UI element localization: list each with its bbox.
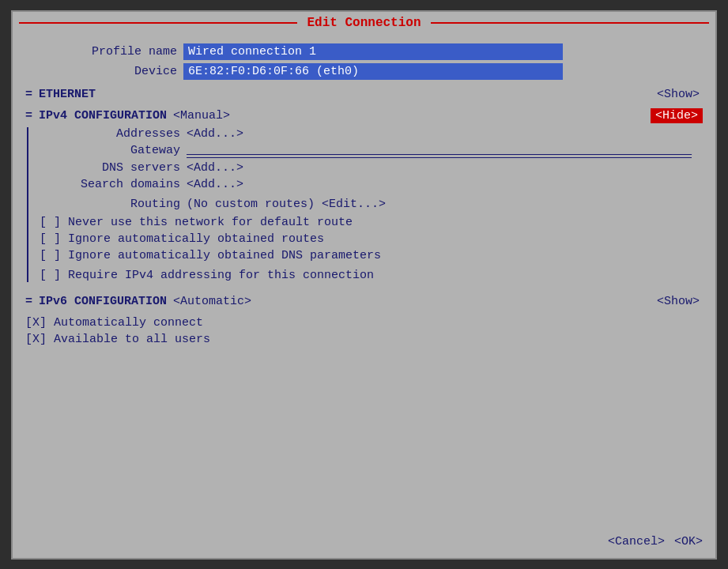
title-bar-line-left — [19, 22, 297, 24]
search-domains-value[interactable]: <Add...> — [187, 178, 243, 191]
device-row: Device 6E:82:F0:D6:0F:66 (eth0) — [25, 63, 703, 80]
title-bar: Edit Connection — [13, 12, 715, 34]
device-value[interactable]: 6E:82:F0:D6:0F:66 (eth0) — [183, 63, 563, 80]
ipv4-eq: = — [25, 109, 32, 122]
gateway-input[interactable] — [187, 144, 692, 158]
ipv4-details: Addresses <Add...> Gateway DNS servers <… — [27, 127, 703, 282]
ipv6-title: IPv6 CONFIGURATION — [39, 295, 167, 308]
bottom-actions: <Cancel> <OK> — [608, 535, 703, 548]
routing-label: Routing — [38, 198, 187, 211]
ethernet-eq: = — [25, 88, 32, 101]
dns-value[interactable]: <Add...> — [187, 161, 243, 175]
profile-name-value[interactable]: Wired connection 1 — [183, 43, 563, 60]
search-domains-label: Search domains — [38, 178, 187, 191]
profile-name-row: Profile name Wired connection 1 — [25, 43, 703, 60]
ipv6-mode[interactable]: <Automatic> — [173, 295, 251, 308]
addresses-row: Addresses <Add...> — [38, 127, 703, 141]
checkbox-never-default-route[interactable]: [ ] Never use this network for default r… — [38, 216, 703, 229]
title-bar-line-right — [431, 22, 709, 24]
edit-connection-window: Edit Connection Profile name Wired conne… — [11, 10, 717, 560]
search-domains-row: Search domains <Add...> — [38, 178, 703, 191]
ipv6-eq: = — [25, 295, 32, 308]
content-area: Profile name Wired connection 1 Device 6… — [13, 34, 715, 558]
ipv6-show-button[interactable]: <Show> — [654, 294, 703, 309]
gateway-label: Gateway — [38, 144, 187, 157]
ipv4-mode[interactable]: <Manual> — [173, 109, 230, 122]
ipv4-title: IPv4 CONFIGURATION — [39, 109, 167, 122]
dns-row: DNS servers <Add...> — [38, 161, 703, 175]
device-label: Device — [25, 65, 183, 78]
ipv6-section-header: = IPv6 CONFIGURATION <Automatic> <Show> — [25, 295, 703, 308]
checkbox-ignore-dns[interactable]: [ ] Ignore automatically obtained DNS pa… — [38, 249, 703, 262]
ethernet-show-button[interactable]: <Show> — [654, 87, 703, 102]
addresses-value[interactable]: <Add...> — [187, 127, 243, 141]
all-users-checkbox[interactable]: [X] Available to all users — [25, 333, 703, 346]
gateway-row: Gateway — [38, 144, 703, 158]
routing-row: Routing (No custom routes) <Edit...> — [38, 194, 703, 211]
routing-value[interactable]: (No custom routes) <Edit...> — [187, 198, 386, 211]
checkbox-ignore-routes[interactable]: [ ] Ignore automatically obtained routes — [38, 232, 703, 246]
addresses-label: Addresses — [38, 127, 187, 141]
ipv4-hide-button[interactable]: <Hide> — [651, 108, 703, 123]
auto-connect-section: [X] Automatically connect [X] Available … — [25, 316, 703, 346]
auto-connect-checkbox[interactable]: [X] Automatically connect — [25, 316, 703, 330]
profile-name-label: Profile name — [25, 45, 183, 58]
ok-button[interactable]: <OK> — [674, 535, 703, 548]
ipv4-section-header: = IPv4 CONFIGURATION <Manual> <Hide> — [25, 109, 703, 122]
ethernet-section-header: = ETHERNET <Show> — [25, 88, 703, 101]
dns-label: DNS servers — [38, 161, 187, 175]
checkbox-require-ipv4[interactable]: [ ] Require IPv4 addressing for this con… — [38, 269, 703, 282]
ethernet-title: ETHERNET — [39, 88, 96, 101]
window-title: Edit Connection — [304, 16, 424, 30]
cancel-button[interactable]: <Cancel> — [608, 535, 665, 548]
